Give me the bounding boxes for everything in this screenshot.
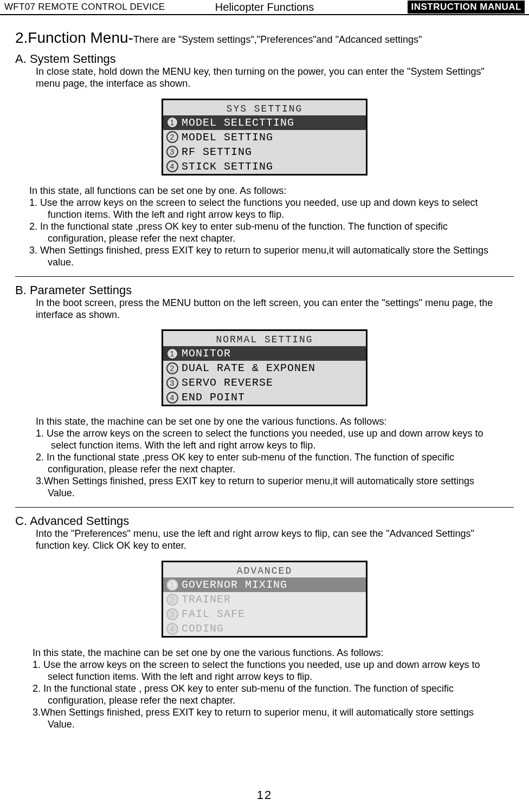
- menu-number-icon: 1: [166, 116, 178, 128]
- menu-number-icon: 3: [166, 377, 178, 389]
- menu-item-monitor[interactable]: 1 MONITOR: [163, 346, 366, 361]
- menu-item-model-selecting[interactable]: 1 MODEL SELECTTING: [163, 115, 366, 130]
- section-c-follow-3a: 3.When Settings finished, press EXIT key…: [33, 707, 511, 719]
- section-c-follow-1b: select function items. With the left and…: [48, 671, 511, 683]
- menu-item-trainer[interactable]: 2 TRAINER: [163, 592, 366, 607]
- menu-item-label: MODEL SELECTTING: [182, 116, 294, 129]
- divider: [15, 507, 514, 508]
- advanced-title: ADVANCED: [163, 562, 366, 577]
- section-b-follow-3a: 3.When Settings finished, press EXIT key…: [36, 476, 511, 488]
- menu-number-icon: 3: [166, 608, 178, 620]
- section-a-intro-2: menu page, the interface as shown.: [36, 78, 511, 90]
- menu-item-label: MONITOR: [182, 347, 231, 360]
- section-c-follow-0: In this state, the machine can be set on…: [33, 647, 511, 659]
- section-b-follow-2a: 2. In the functional state ,press OK key…: [36, 452, 511, 464]
- menu-item-label: TRAINER: [182, 593, 231, 606]
- page-number: 12: [257, 788, 272, 802]
- section-b-title: B. Parameter Settings: [15, 283, 514, 297]
- menu-item-label: MODEL SETTING: [182, 131, 273, 144]
- menu-number-icon: 4: [166, 623, 178, 635]
- section-c-intro-2: function key. Click OK key to enter.: [36, 540, 511, 552]
- menu-number-icon: 2: [166, 131, 178, 143]
- section-b-follow-3b: Value.: [48, 488, 511, 499]
- sys-setting-screenshot: SYS SETTING 1 MODEL SELECTTING 2 MODEL S…: [162, 99, 367, 176]
- section-c-follow-3b: Value.: [48, 719, 511, 731]
- section-c-title: C. Advanced Settings: [15, 514, 514, 528]
- menu-item-fail-safe[interactable]: 3 FAIL SAFE: [163, 607, 366, 621]
- menu-item-label: GOVERNOR MIXING: [182, 579, 287, 591]
- section-a-follow-3a: 3. When Settings finished, press EXIT ke…: [29, 245, 511, 257]
- section-a-title: A. System Settings: [15, 52, 514, 66]
- section-a-follow-0: In this state, all functions can be set …: [29, 185, 511, 197]
- page-header: WFT07 REMOTE CONTROL DEVICE Helicopter F…: [0, 0, 529, 14]
- section-b-follow-0: In this state, the machine can be set on…: [36, 416, 511, 428]
- advanced-screenshot: ADVANCED 1 GOVERNOR MIXING 2 TRAINER 3 F…: [162, 561, 367, 638]
- header-device-name: WFT07 REMOTE CONTROL DEVICE: [4, 2, 165, 12]
- title-subtitle: There are "System settings","Preferences…: [133, 34, 422, 45]
- menu-item-label: CODING: [182, 622, 224, 635]
- menu-item-model-setting[interactable]: 2 MODEL SETTING: [163, 130, 366, 145]
- section-a-intro-1: In close state, hold down the MENU key, …: [36, 66, 511, 78]
- menu-item-dual-rate[interactable]: 2 DUAL RATE & EXPONEN: [163, 361, 366, 375]
- menu-item-stick-setting[interactable]: 4 STICK SETTING: [163, 159, 366, 174]
- menu-number-icon: 3: [166, 146, 178, 158]
- menu-item-servo-reverse[interactable]: 3 SERVO REVERSE: [163, 375, 366, 390]
- header-manual-label: INSTRUCTION MANUAL: [408, 1, 525, 14]
- section-a-follow-2a: 2. In the functional state ,press OK key…: [29, 221, 511, 233]
- menu-number-icon: 1: [166, 579, 178, 591]
- section-b-follow-2b: configuration, please refer the next cha…: [48, 464, 511, 476]
- section-c-follow-1a: 1. Use the arrow keys on the screen to s…: [33, 659, 511, 671]
- section-c-follow-2b: configuration, please refer the next cha…: [48, 695, 511, 707]
- section-a-follow-1b: function items. With the left and right …: [48, 209, 511, 221]
- section-c-intro-1: Into the "Preferences" menu, use the lef…: [36, 528, 511, 540]
- menu-item-label: SERVO REVERSE: [182, 376, 273, 389]
- menu-number-icon: 4: [166, 392, 178, 404]
- menu-item-label: FAIL SAFE: [182, 608, 245, 620]
- divider: [15, 276, 514, 277]
- main-title: 2.Function Menu-There are "System settin…: [15, 29, 514, 47]
- title-number: 2.: [15, 29, 28, 46]
- page-content: 2.Function Menu-There are "System settin…: [0, 14, 529, 731]
- menu-number-icon: 2: [166, 362, 178, 374]
- menu-number-icon: 2: [166, 594, 178, 606]
- section-b-follow-1a: 1. Use the arrow keys on the screen to s…: [36, 428, 511, 440]
- section-b-follow-1b: select function items. With the left and…: [51, 440, 511, 452]
- header-section-title: Helicopter Functions: [215, 1, 314, 14]
- menu-item-label: DUAL RATE & EXPONEN: [182, 362, 315, 374]
- menu-number-icon: 1: [166, 348, 178, 360]
- section-b-intro-1: In the boot screen, press the MENU butto…: [36, 297, 511, 309]
- menu-item-label: END POINT: [182, 391, 245, 404]
- section-a-follow-2b: configuration, please refer the next cha…: [48, 233, 511, 245]
- menu-item-label: RF SETTING: [182, 146, 252, 158]
- title-text: Function Menu-: [28, 29, 133, 46]
- menu-item-coding[interactable]: 4 CODING: [163, 621, 366, 636]
- section-b-intro-2: interface as shown.: [36, 309, 511, 321]
- header-underline: [0, 14, 529, 15]
- menu-item-end-point[interactable]: 4 END POINT: [163, 390, 366, 405]
- menu-item-rf-setting[interactable]: 3 RF SETTING: [163, 145, 366, 159]
- normal-setting-title: NORMAL SETTING: [163, 331, 366, 346]
- normal-setting-screenshot: NORMAL SETTING 1 MONITOR 2 DUAL RATE & E…: [162, 329, 367, 406]
- menu-number-icon: 4: [166, 160, 178, 172]
- section-a-follow-3b: value.: [48, 257, 511, 269]
- section-c-follow-2a: 2. In the functional state , press OK ke…: [33, 683, 511, 695]
- menu-item-label: STICK SETTING: [182, 160, 273, 173]
- menu-item-governor-mixing[interactable]: 1 GOVERNOR MIXING: [163, 577, 366, 592]
- sys-setting-title: SYS SETTING: [163, 100, 366, 115]
- section-a-follow-1a: 1. Use the arrow keys on the screen to s…: [29, 197, 511, 209]
